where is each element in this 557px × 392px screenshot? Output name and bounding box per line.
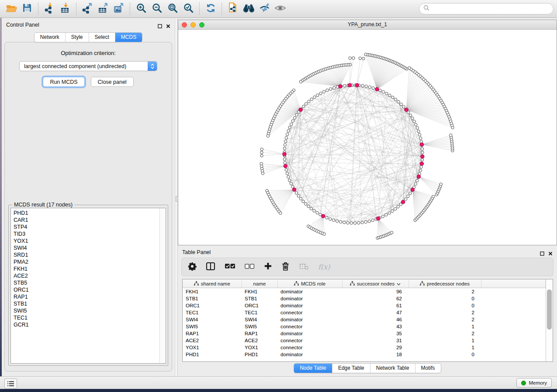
toolbar-separator (76, 3, 76, 15)
mcds-result-item[interactable]: PMA2 (14, 258, 159, 265)
optimization-criterion-select[interactable]: largest connected component (undirected) (19, 61, 157, 71)
zoom-in-icon (136, 3, 147, 15)
tab-network-table[interactable]: Network Table (370, 364, 415, 373)
mcds-result-item[interactable]: SWI4 (14, 244, 159, 251)
zoom-out-button[interactable] (149, 1, 165, 16)
search-input[interactable] (432, 5, 549, 12)
table-scrollbar-thumb[interactable] (547, 289, 552, 330)
network-graph[interactable] (178, 30, 557, 245)
tab-network[interactable]: Network (35, 33, 66, 42)
float-panel-icon[interactable] (158, 22, 162, 30)
toolbar-separator (221, 3, 222, 15)
tab-motifs[interactable]: Motifs (415, 364, 441, 373)
table-row[interactable]: SWI4SWI4dominator462 (183, 316, 546, 323)
column-type-icon (194, 281, 199, 286)
tab-select[interactable]: Select (89, 33, 115, 42)
zoom-fit-content-icon (167, 3, 178, 15)
table-row[interactable]: STB1STB1dominator620 (183, 295, 546, 302)
select-all-button[interactable] (225, 263, 235, 271)
memory-button[interactable]: Memory (516, 378, 552, 388)
table-row[interactable]: PHD1PHD1dominator180 (183, 351, 546, 358)
table-options-button[interactable] (188, 262, 197, 272)
window-minimize-icon[interactable] (190, 22, 196, 28)
tab-edge-table[interactable]: Edge Table (332, 364, 370, 373)
export-image-button[interactable] (111, 1, 127, 16)
zoom-fit-content-button[interactable] (165, 1, 180, 16)
mcds-result-item[interactable]: SRD1 (14, 251, 159, 258)
mcds-result-item[interactable]: ORC1 (14, 286, 159, 293)
tab-mcds[interactable]: MCDS (115, 33, 142, 42)
close-panel-button[interactable]: Close panel (91, 77, 134, 87)
toolbar-separator (38, 3, 38, 15)
create-column-icon (264, 262, 272, 272)
mcds-result-item[interactable]: STB5 (14, 279, 159, 286)
column-header-name[interactable]: name (242, 279, 277, 288)
find-button[interactable] (241, 1, 256, 16)
table-row[interactable]: RAP1RAP1dominator352 (183, 330, 546, 337)
cytoscape-app: Control Panel NetworkStyleSelectMCDS Opt… (0, 0, 557, 392)
run-mcds-button[interactable]: Run MCDS (43, 77, 84, 87)
mcds-result-item[interactable]: FKH1 (14, 265, 159, 272)
panel-divider[interactable] (175, 18, 178, 376)
mcds-result-item[interactable]: CAR1 (14, 217, 159, 224)
column-header-successor-nodes[interactable]: successor nodes (342, 279, 408, 288)
mcds-result-item[interactable]: YOX1 (14, 237, 159, 244)
task-history-button[interactable] (4, 378, 17, 389)
table-panel-title: Table Panel (182, 249, 211, 255)
window-close-icon[interactable] (182, 22, 187, 28)
mcds-result-item[interactable]: RAP1 (14, 293, 159, 300)
export-table-button[interactable] (95, 1, 111, 16)
apply-preferred-layout-button[interactable] (203, 1, 218, 16)
zoom-in-button[interactable] (133, 1, 149, 16)
status-bar: Memory (0, 376, 557, 389)
hide-graphics-details-button[interactable] (272, 1, 288, 16)
window-zoom-icon[interactable] (199, 22, 204, 28)
table-row[interactable]: TEC1TEC1connector472 (183, 309, 546, 316)
import-network-from-file-button[interactable] (42, 1, 57, 16)
mcds-result-item[interactable]: STP4 (14, 224, 159, 230)
table-row[interactable]: ACE2ACE2connector311 (183, 337, 546, 344)
import-table-from-file-button[interactable] (57, 1, 73, 16)
delete-columns-button[interactable] (281, 261, 290, 273)
mcds-result-item[interactable]: SWI5 (14, 307, 159, 314)
close-panel-icon[interactable] (166, 22, 170, 30)
mcds-list-scrollbar[interactable] (159, 208, 166, 363)
memory-label: Memory (529, 380, 547, 385)
table-row[interactable]: YOX1YOX1connector291 (183, 344, 546, 351)
tab-style[interactable]: Style (66, 33, 89, 42)
mcds-result-item[interactable]: TEC1 (14, 314, 159, 321)
show-graphics-details-button[interactable] (256, 1, 272, 16)
column-header-MCDS-role[interactable]: MCDS role (277, 279, 342, 288)
list-icon (7, 381, 14, 386)
float-table-panel-icon[interactable] (540, 250, 544, 258)
export-network-button[interactable] (80, 1, 95, 16)
network-canvas[interactable] (178, 30, 557, 245)
close-table-panel-icon[interactable] (548, 250, 553, 258)
table-row[interactable]: FKH1FKH1dominator962 (183, 288, 546, 296)
select-all-icon (225, 263, 235, 271)
open-file-button[interactable] (3, 1, 19, 16)
mcds-panel: Optimization criterion: largest connecte… (4, 42, 172, 371)
column-type-icon (350, 281, 355, 286)
column-type-icon (294, 281, 299, 286)
table-row[interactable]: SWI5SWI5connector431 (183, 323, 546, 330)
column-header-predecessor-nodes[interactable]: predecessor nodes (408, 279, 481, 288)
mcds-result-item[interactable]: ACE2 (14, 272, 159, 279)
toolbar-separator (130, 3, 130, 15)
table-toolbar: f(x) (181, 258, 554, 276)
create-column-button[interactable] (264, 262, 272, 272)
new-network-from-selection-button[interactable] (225, 1, 241, 16)
show-columns-button[interactable] (206, 262, 215, 272)
mcds-result-item[interactable]: PHD1 (14, 210, 159, 217)
mcds-result-item[interactable]: TID3 (14, 230, 159, 237)
export-network-icon (82, 2, 93, 15)
column-header-shared-name[interactable]: shared name (183, 279, 242, 288)
save-session-button[interactable] (19, 1, 35, 16)
table-row[interactable]: ORC1ORC1dominator610 (183, 302, 546, 309)
deselect-all-button[interactable] (245, 263, 255, 271)
zoom-selected-button[interactable] (180, 1, 196, 16)
mcds-result-item[interactable]: GCR1 (14, 321, 159, 328)
mcds-result-item[interactable]: STB1 (14, 300, 159, 307)
tab-node-table[interactable]: Node Table (294, 364, 332, 373)
table-scrollbar[interactable] (546, 279, 553, 361)
